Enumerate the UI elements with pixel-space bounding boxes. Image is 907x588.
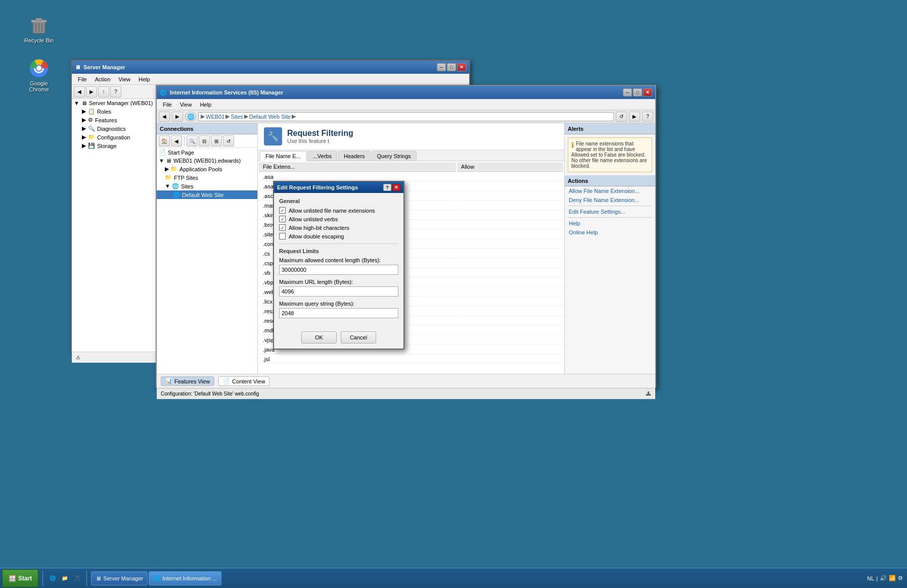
taskbar-language: NL [867, 575, 874, 581]
allow-cell: False [457, 365, 563, 366]
action-online-help[interactable]: Online Help [565, 228, 655, 237]
conn-refresh-btn[interactable]: ↺ [223, 135, 234, 146]
sm-menu-help[interactable]: Help [134, 75, 154, 83]
ql-media-btn[interactable]: 🎵 [71, 573, 82, 584]
action-edit-feature-settings[interactable]: Edit Feature Settings... [565, 207, 655, 216]
tab-file-name-ext[interactable]: File Name E... [260, 151, 306, 161]
recycle-bin-label: Recycle Bin [24, 37, 54, 43]
tab-headers[interactable]: Headers [338, 151, 371, 161]
sm-menu-file[interactable]: File [74, 75, 91, 83]
action-deny-file-ext[interactable]: Deny File Name Extension... [565, 195, 655, 205]
allow-double-escaping-label: Allow double escaping [289, 233, 344, 239]
taskbar-quick-launch: 🌐 📁 🎵 [47, 573, 82, 584]
dialog-ok-btn[interactable]: OK [301, 331, 337, 344]
max-url-length-input[interactable] [279, 286, 398, 297]
allow-cell [457, 202, 563, 210]
action-help[interactable]: Help [565, 219, 655, 228]
content-view-tab[interactable]: 📄 Content View [218, 376, 269, 386]
allow-unlisted-file-ext-checkbox[interactable] [279, 207, 286, 214]
iis-nav-btn2[interactable]: ▶ [629, 112, 640, 122]
conn-web01[interactable]: ▼ 🖥 WEB01 (WEB01).edwards) [157, 157, 257, 165]
iis-menu-file[interactable]: File [159, 101, 176, 109]
sm-help-btn[interactable]: ? [110, 86, 121, 97]
max-query-string-input[interactable] [279, 308, 398, 318]
address-sites[interactable]: Sites [231, 114, 243, 120]
allow-double-escaping-checkbox[interactable] [279, 233, 286, 239]
dialog-cancel-btn[interactable]: Cancel [341, 331, 376, 344]
sm-menu-view[interactable]: View [114, 75, 134, 83]
chrome-icon[interactable]: Google Chrome [21, 58, 57, 92]
taskbar-iis-manager[interactable]: 🌐 Internet Information ... [149, 571, 221, 585]
iis-back-btn[interactable]: ◀ [159, 112, 170, 122]
sm-close-btn[interactable]: ✕ [457, 63, 466, 71]
conn-home-btn[interactable]: 🏠 [159, 135, 170, 146]
dialog-separator [279, 243, 398, 244]
max-url-length-group: Maximum URL length (Bytes): [279, 279, 398, 297]
file-ext-cell: .asa [259, 173, 456, 181]
allow-cell [457, 336, 563, 345]
iis-help-addr-btn[interactable]: ? [642, 112, 653, 122]
sm-minimize-btn[interactable]: ─ [437, 63, 446, 71]
request-filtering-icon: 🔧 [264, 127, 282, 145]
dialog-buttons: OK Cancel [274, 327, 403, 349]
actions-header: Actions [565, 175, 655, 186]
allow-unlisted-verbs-checkbox[interactable] [279, 216, 286, 222]
dialog-close-btn[interactable]: ✕ [392, 184, 400, 191]
conn-sites[interactable]: ▼ 🌐 Sites [157, 182, 257, 190]
conn-collapse-btn[interactable]: ⊟ [199, 135, 210, 146]
iis-forward-btn[interactable]: ▶ [172, 112, 183, 122]
dialog-help-btn[interactable]: ? [383, 184, 391, 191]
ql-explorer-btn[interactable]: 📁 [59, 573, 70, 584]
edit-request-filtering-dialog: Edit Request Filtering Settings ? ✕ Gene… [273, 181, 404, 350]
col-file-ext: File Extens... [259, 162, 456, 172]
conn-ftp-sites[interactable]: 📁 FTP Sites [157, 173, 257, 182]
allow-cell [457, 250, 563, 258]
ql-ie-btn[interactable]: 🌐 [47, 573, 58, 584]
allow-high-bit-checkbox[interactable] [279, 224, 286, 231]
iis-close-btn[interactable]: ✕ [643, 88, 652, 96]
sm-menu-action[interactable]: Action [91, 75, 115, 83]
iis-titlebar: 🌐 Internet Information Services (IIS) Ma… [157, 86, 655, 99]
alert-icon: ℹ [571, 141, 574, 149]
tab-query-strings[interactable]: Query Strings [372, 151, 417, 161]
taskbar-right: NL | 🔊 📶 ⚙ [863, 575, 907, 581]
desktop: Recycle Bin Google Chrome 🖥 Server Manag… [0, 0, 907, 588]
conn-default-web-site[interactable]: 🌐 Default Web Site [157, 190, 257, 199]
iis-refresh-btn[interactable]: ↺ [616, 112, 627, 122]
tab-verbs[interactable]: ...Verbs [307, 151, 337, 161]
conn-app-pools[interactable]: ▶ 📁 Application Pools [157, 165, 257, 173]
taskbar-server-manager[interactable]: 🖥 Server Manager [91, 571, 148, 585]
sm-forward-btn[interactable]: ▶ [86, 86, 97, 97]
iis-minimize-btn[interactable]: ─ [623, 88, 632, 96]
conn-start-page[interactable]: 📄 Start Page [157, 148, 257, 157]
conn-prev-btn[interactable]: ◀ [171, 135, 182, 146]
max-content-length-label: Maximum allowed content length (Bytes): [279, 257, 398, 263]
table-row[interactable]: .ldbFalse [259, 365, 563, 366]
start-button[interactable]: 🪟 Start [2, 569, 38, 587]
sm-maximize-btn[interactable]: □ [447, 63, 456, 71]
chrome-image [29, 58, 49, 78]
allow-cell [457, 240, 563, 249]
action-allow-file-ext[interactable]: Allow File Name Extension... [565, 186, 655, 195]
recycle-bin-icon[interactable]: Recycle Bin [21, 15, 57, 43]
dialog-titlebar-controls: ? ✕ [383, 184, 400, 191]
features-view-tab[interactable]: 📊 Features View [161, 376, 214, 386]
iis-globe-btn[interactable]: 🌐 [185, 112, 196, 122]
sm-back-btn[interactable]: ◀ [74, 86, 85, 97]
iis-menu-view[interactable]: View [176, 101, 196, 109]
dialog-titlebar: Edit Request Filtering Settings ? ✕ [274, 182, 403, 193]
max-content-length-input[interactable] [279, 265, 398, 275]
table-row[interactable]: .jsl [259, 355, 563, 364]
general-section-label: General [279, 198, 398, 204]
conn-expand-btn[interactable]: ⊞ [211, 135, 222, 146]
sm-up-btn[interactable]: ↑ [98, 86, 109, 97]
iis-menu-help[interactable]: Help [196, 101, 215, 109]
conn-search-btn[interactable]: 🔍 [187, 135, 198, 146]
iis-right-panel: Alerts ℹ File name extensions that appea… [564, 123, 655, 374]
checkbox-allow-high-bit: Allow high-bit characters [279, 224, 398, 231]
address-web01[interactable]: WEB01 [206, 114, 224, 120]
iis-status-bar: Configuration: 'Default Web Site' web.co… [157, 388, 655, 399]
address-default-web-site[interactable]: Default Web Site [249, 114, 291, 120]
iis-maximize-btn[interactable]: □ [633, 88, 642, 96]
table-row[interactable]: .asa [259, 173, 563, 181]
